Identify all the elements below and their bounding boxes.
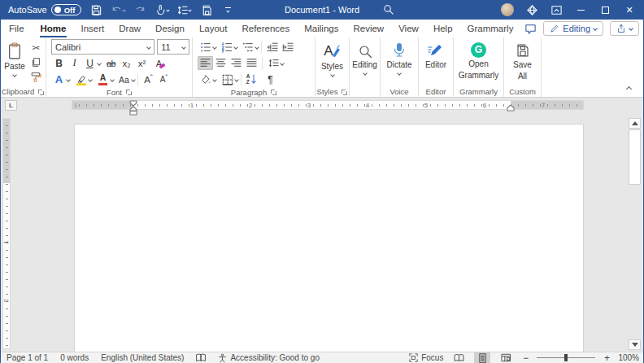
increase-indent-button[interactable]	[280, 40, 295, 54]
comments-button[interactable]	[524, 23, 537, 35]
language-indicator[interactable]: English (United States)	[101, 353, 184, 362]
redo-button[interactable]	[133, 2, 147, 17]
format-painter-button[interactable]	[28, 70, 44, 84]
focus-mode-button[interactable]: Focus	[409, 353, 443, 362]
bullets-dropdown-arrow-icon[interactable]	[212, 45, 217, 50]
bullets-button[interactable]	[198, 40, 213, 54]
tab-design[interactable]: Design	[148, 20, 192, 37]
strikethrough-button[interactable]: ab	[103, 56, 119, 70]
vertical-scrollbar[interactable]	[628, 118, 642, 350]
editing-menu-button[interactable]: Editing	[352, 39, 377, 86]
zoom-level[interactable]: 100%	[618, 353, 639, 362]
font-dialog-launcher[interactable]	[125, 89, 132, 95]
font-name-combo[interactable]: Calibri	[51, 39, 154, 55]
paste-button[interactable]: Paste	[2, 39, 27, 86]
underline-dropdown-arrow-icon[interactable]	[97, 61, 102, 66]
numbering-dropdown-arrow-icon[interactable]	[233, 45, 238, 50]
tab-file[interactable]: File	[0, 20, 33, 37]
document-page[interactable]	[74, 124, 584, 352]
proofing-status-button[interactable]	[196, 353, 206, 362]
collapse-ribbon-button[interactable]	[624, 85, 633, 92]
first-line-and-hanging-indent-markers[interactable]	[129, 100, 137, 116]
word-count[interactable]: 0 words	[60, 353, 89, 362]
clipboard-dialog-launcher[interactable]	[37, 89, 44, 95]
styles-button[interactable]: A Styles	[318, 39, 346, 86]
page-count[interactable]: Page 1 of 1	[7, 353, 48, 362]
paragraph-dialog-launcher[interactable]	[270, 89, 276, 95]
tab-references[interactable]: References	[234, 20, 297, 37]
scroll-up-button[interactable]	[629, 118, 641, 129]
maximize-button[interactable]	[598, 3, 611, 16]
underline-button[interactable]: U	[82, 56, 98, 70]
zoom-slider[interactable]	[537, 357, 595, 358]
align-center-button[interactable]	[213, 56, 228, 70]
borders-dropdown-arrow-icon[interactable]	[234, 77, 239, 82]
tab-stop-selector[interactable]: L	[5, 100, 17, 111]
customize-quick-access-button[interactable]	[220, 2, 235, 17]
clear-formatting-button[interactable]: A	[153, 56, 168, 70]
grow-font-button[interactable]: A ˆ	[141, 72, 156, 86]
scroll-down-button[interactable]	[629, 339, 641, 350]
dictate-button[interactable]: Dictate	[383, 39, 415, 86]
undo-button[interactable]	[111, 2, 125, 17]
text-effects-button[interactable]: A	[51, 72, 67, 86]
font-color-dropdown-arrow-icon[interactable]	[110, 77, 115, 82]
show-paragraph-marks-button[interactable]: ¶	[263, 72, 278, 86]
decrease-indent-button[interactable]	[264, 40, 280, 54]
right-indent-marker[interactable]	[507, 105, 515, 112]
superscript-button[interactable]: x²	[134, 56, 150, 70]
align-right-button[interactable]	[228, 56, 244, 70]
font-color-button[interactable]: A	[95, 72, 111, 86]
tab-draw[interactable]: Draw	[111, 20, 148, 37]
open-grammarly-button[interactable]: G Open Grammarly	[455, 39, 502, 86]
save-button[interactable]	[89, 2, 103, 17]
user-avatar[interactable]	[501, 3, 514, 16]
shrink-font-button[interactable]: A ˇ	[156, 72, 172, 86]
tab-help[interactable]: Help	[426, 20, 460, 37]
text-effects-dropdown-arrow-icon[interactable]	[66, 77, 71, 82]
read-mode-button[interactable]	[450, 352, 467, 363]
borders-button[interactable]	[220, 72, 235, 86]
accessibility-status[interactable]: Accessibility: Good to go	[218, 353, 320, 363]
tab-home[interactable]: Home	[33, 20, 74, 37]
tab-grammarly[interactable]: Grammarly	[460, 20, 521, 37]
cut-button[interactable]: ✂	[28, 41, 44, 55]
touch-mouse-mode-button[interactable]	[154, 2, 169, 17]
justify-button[interactable]	[244, 56, 259, 70]
zoom-out-button[interactable]: −	[521, 352, 529, 363]
minimize-button[interactable]	[574, 3, 587, 16]
italic-button[interactable]: I	[67, 56, 82, 70]
print-layout-button[interactable]	[474, 352, 490, 363]
styles-dialog-launcher[interactable]	[341, 89, 347, 95]
shading-button[interactable]	[198, 72, 213, 86]
ribbon-display-options-button[interactable]	[550, 3, 563, 16]
multilevel-dropdown-arrow-icon[interactable]	[255, 45, 259, 50]
grammarly-titlebar-button[interactable]	[525, 3, 538, 16]
web-layout-button[interactable]	[498, 352, 514, 363]
line-spacing-dropdown-arrow-icon[interactable]	[280, 61, 285, 66]
close-button[interactable]: ✕	[623, 3, 636, 16]
tab-insert[interactable]: Insert	[73, 20, 111, 37]
scrollbar-thumb[interactable]	[629, 129, 641, 185]
highlight-dropdown-arrow-icon[interactable]	[88, 77, 93, 82]
zoom-slider-thumb[interactable]	[564, 354, 568, 361]
line-spacing-qat-button[interactable]	[176, 2, 191, 17]
shading-dropdown-arrow-icon[interactable]	[212, 77, 217, 82]
tab-layout[interactable]: Layout	[192, 20, 235, 37]
numbering-button[interactable]	[219, 40, 234, 54]
editing-mode-selector[interactable]: Editing	[543, 21, 603, 36]
share-button[interactable]	[610, 21, 639, 36]
zoom-in-button[interactable]: +	[603, 352, 611, 363]
editor-button[interactable]: Editor	[422, 39, 450, 86]
highlight-color-button[interactable]	[73, 72, 89, 86]
align-left-button[interactable]	[198, 56, 213, 70]
copy-button[interactable]	[28, 55, 44, 69]
change-case-dropdown-arrow-icon[interactable]	[131, 77, 136, 82]
tab-mailings[interactable]: Mailings	[297, 20, 346, 37]
save-all-button[interactable]: Save All	[510, 39, 535, 86]
tab-view[interactable]: View	[391, 20, 426, 37]
sort-button[interactable]: A Z	[244, 72, 259, 86]
autosave-control[interactable]: AutoSave Off	[8, 4, 81, 15]
change-case-button[interactable]: Aa	[116, 72, 132, 86]
save-all-qat-button[interactable]	[198, 2, 213, 17]
